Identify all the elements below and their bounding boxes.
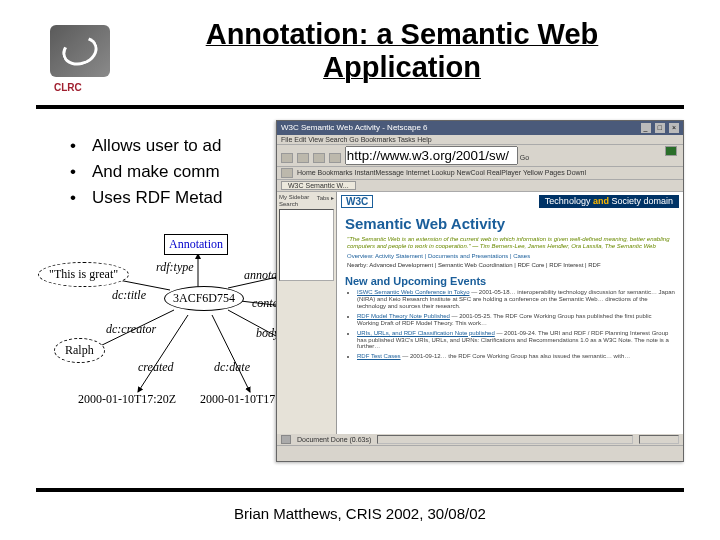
status-text: Document Done (0.63s) — [297, 436, 371, 443]
slide-footer: Brian Matthews, CRIS 2002, 30/08/02 — [0, 505, 720, 522]
sidebar-search-box[interactable] — [279, 209, 334, 281]
sidebar: My Sidebar Tabs ▸ Search — [277, 192, 337, 434]
edge-dc-date: dc:date — [214, 360, 250, 375]
stop-icon[interactable] — [329, 153, 341, 163]
w3c-logo[interactable]: W3C — [341, 195, 373, 208]
overview-nav[interactable]: Overview: Activity Statement | Documents… — [337, 253, 683, 261]
browser-body: My Sidebar Tabs ▸ Search W3C Technology … — [277, 192, 683, 434]
edge-dc-creator: dc:creator — [106, 322, 156, 337]
clrc-logo: CLRC — [50, 25, 110, 77]
go-button[interactable]: Go — [520, 154, 529, 161]
sidebar-search-label: Search — [279, 201, 334, 207]
window-titlebar: W3C Semantic Web Activity - Netscape 6 _… — [277, 121, 683, 135]
event-link[interactable]: RDF Model Theory Note Published — [357, 313, 450, 319]
domain-and: and — [593, 196, 609, 206]
slide-title: Annotation: a Semantic Web Application — [124, 18, 680, 85]
swirl-icon — [58, 32, 101, 71]
back-icon[interactable] — [281, 153, 293, 163]
window-buttons: _ □ × — [639, 121, 679, 135]
address-input[interactable] — [345, 146, 518, 165]
event-link[interactable]: URIs, URLs, and RDF Classification Note … — [357, 330, 495, 336]
event-link[interactable]: ISWC Semantic Web Conference in Tokyo — [357, 289, 470, 295]
browser-tab[interactable]: W3C Semantic W... — [281, 181, 356, 190]
node-ralph: Ralph — [54, 338, 105, 363]
page-heading: Semantic Web Activity — [337, 209, 683, 234]
nav-toolbar: Go — [277, 145, 683, 167]
edge-rdf-type: rdf:type — [156, 260, 194, 275]
forward-icon[interactable] — [297, 153, 309, 163]
sidebar-tabs-button[interactable]: Tabs ▸ — [317, 194, 334, 201]
event-item: RDF Test Cases — 2001-09-12… the RDF Cor… — [357, 353, 675, 360]
sidebar-title: My Sidebar — [279, 194, 309, 201]
status-icon — [281, 435, 291, 444]
minimize-button[interactable]: _ — [641, 123, 651, 133]
status-segment — [377, 435, 633, 444]
page-content: W3C Technology and Society domain Semant… — [337, 192, 683, 434]
maximize-button[interactable]: □ — [655, 123, 665, 133]
page-quote: "The Semantic Web is an extension of the… — [337, 234, 683, 253]
node-center-id: 3ACF6D754 — [164, 286, 244, 311]
node-this-is-great: "This is great" — [38, 262, 129, 287]
events-list: ISWC Semantic Web Conference in Tokyo — … — [337, 289, 683, 360]
reload-icon[interactable] — [313, 153, 325, 163]
domain-badge[interactable]: Technology and Society domain — [539, 195, 679, 208]
node-annotation: Annotation — [164, 234, 228, 255]
event-item: URIs, URLs, and RDF Classification Note … — [357, 330, 675, 351]
links-bar[interactable]: Home Bookmarks InstantMessage Internet L… — [277, 167, 683, 180]
svg-line-7 — [212, 315, 250, 392]
domain-a: Technology — [545, 196, 591, 206]
close-button[interactable]: × — [669, 123, 679, 133]
event-item: RDF Model Theory Note Published — 2001-0… — [357, 313, 675, 327]
event-item: ISWC Semantic Web Conference in Tokyo — … — [357, 289, 675, 310]
status-segment — [639, 435, 679, 444]
home-icon[interactable] — [281, 168, 293, 178]
slide-header: CLRC Annotation: a Semantic Web Applicat… — [0, 0, 720, 93]
node-date1: 2000-01-10T17:20Z — [78, 392, 176, 407]
footer-rule — [36, 488, 684, 492]
window-title: W3C Semantic Web Activity - Netscape 6 — [281, 121, 428, 135]
edge-created: created — [138, 360, 174, 375]
logo-text: CLRC — [54, 82, 82, 93]
event-link[interactable]: RDF Test Cases — [357, 353, 401, 359]
menu-bar[interactable]: File Edit View Search Go Bookmarks Tasks… — [277, 135, 683, 145]
domain-b: Society domain — [611, 196, 673, 206]
netscape-logo-icon — [665, 146, 677, 156]
browser-window: W3C Semantic Web Activity - Netscape 6 _… — [276, 120, 684, 462]
nearby-nav[interactable]: Nearby: Advanced Development | Semantic … — [337, 261, 683, 269]
links-text: Home Bookmarks InstantMessage Internet L… — [297, 169, 586, 176]
tab-bar: W3C Semantic W... — [277, 180, 683, 192]
events-heading: New and Upcoming Events — [337, 269, 683, 289]
edge-dc-title: dc:title — [112, 288, 146, 303]
status-bar: Document Done (0.63s) — [277, 434, 683, 446]
